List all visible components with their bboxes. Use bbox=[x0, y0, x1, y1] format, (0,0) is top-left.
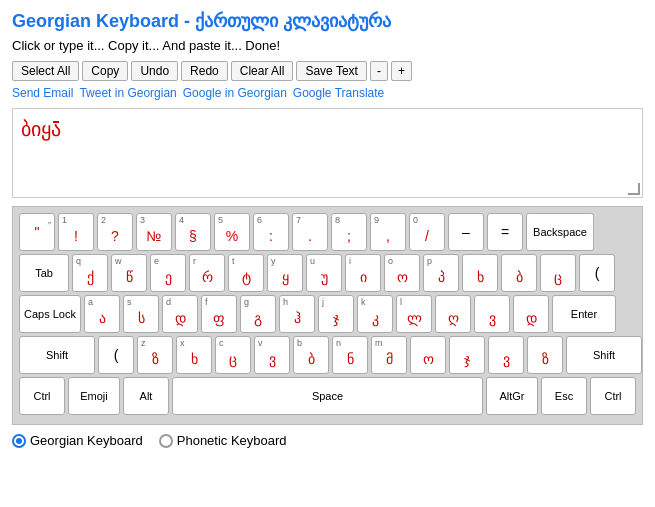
key-b[interactable]: bბ bbox=[293, 336, 329, 374]
key-equals[interactable]: = bbox=[487, 213, 523, 251]
key-s[interactable]: sს bbox=[123, 295, 159, 333]
tab-key[interactable]: Tab bbox=[19, 254, 69, 292]
key-slash[interactable]: ვ bbox=[488, 336, 524, 374]
copy-button[interactable]: Copy bbox=[82, 61, 128, 81]
key-k[interactable]: kკ bbox=[357, 295, 393, 333]
georgian-keyboard-label: Georgian Keyboard bbox=[30, 433, 143, 448]
key-x[interactable]: xხ bbox=[176, 336, 212, 374]
key-extra[interactable]: ზ bbox=[527, 336, 563, 374]
phonetic-keyboard-option[interactable]: Phonetic Keyboard bbox=[159, 433, 287, 448]
key-a[interactable]: aა bbox=[84, 295, 120, 333]
emoji-key[interactable]: Emoji bbox=[68, 377, 120, 415]
backspace-key[interactable]: Backspace bbox=[526, 213, 594, 251]
key-semicolon[interactable]: ღ bbox=[435, 295, 471, 333]
shift-left-key[interactable]: Shift bbox=[19, 336, 95, 374]
google-translate-link[interactable]: Google Translate bbox=[293, 86, 384, 100]
page-title: Georgian Keyboard - ქართული კლავიატურა bbox=[12, 10, 643, 32]
key-y[interactable]: yყ bbox=[267, 254, 303, 292]
keyboard-type-selector: Georgian Keyboard Phonetic Keyboard bbox=[12, 433, 643, 448]
key-row-zxcv: Shift ( zზ xხ cც vვ bბ nნ mმ ო ჯ ვ ზ Shi… bbox=[19, 336, 636, 374]
key-o[interactable]: oო bbox=[384, 254, 420, 292]
key-row-asdf: Caps Lock aა sს dდ fფ gგ hჰ jჯ kკ lლ ღ ვ… bbox=[19, 295, 636, 333]
key-row-numbers: „" 1! 2? 3№ 4§ 5% 6: 7. 8; 9, 0/ – = Bac… bbox=[19, 213, 636, 251]
key-p[interactable]: pპ bbox=[423, 254, 459, 292]
key-apostrophe[interactable]: ვ bbox=[474, 295, 510, 333]
key-r[interactable]: rრ bbox=[189, 254, 225, 292]
key-bracket-l[interactable]: ხ bbox=[462, 254, 498, 292]
subtitle: Click or type it... Copy it... And paste… bbox=[12, 38, 643, 53]
key-4[interactable]: 4§ bbox=[175, 213, 211, 251]
text-content: ბიყა̄ bbox=[21, 118, 61, 140]
toolbar: Select All Copy Undo Redo Clear All Save… bbox=[12, 61, 643, 81]
key-w[interactable]: wწ bbox=[111, 254, 147, 292]
key-j[interactable]: jჯ bbox=[318, 295, 354, 333]
esc-key[interactable]: Esc bbox=[541, 377, 587, 415]
phonetic-radio-button[interactable] bbox=[159, 434, 173, 448]
georgian-keyboard-option[interactable]: Georgian Keyboard bbox=[12, 433, 143, 448]
key-bracket-r[interactable]: ბ bbox=[501, 254, 537, 292]
key-q[interactable]: qქ bbox=[72, 254, 108, 292]
key-quote[interactable]: „" bbox=[19, 213, 55, 251]
ctrl-left-key[interactable]: Ctrl bbox=[19, 377, 65, 415]
key-g[interactable]: gგ bbox=[240, 295, 276, 333]
key-i[interactable]: iი bbox=[345, 254, 381, 292]
send-email-link[interactable]: Send Email bbox=[12, 86, 73, 100]
text-output[interactable]: ბიყა̄ bbox=[12, 108, 643, 198]
redo-button[interactable]: Redo bbox=[181, 61, 228, 81]
clear-button[interactable]: Clear All bbox=[231, 61, 294, 81]
key-backslash[interactable]: ც bbox=[540, 254, 576, 292]
keyboard: „" 1! 2? 3№ 4§ 5% 6: 7. 8; 9, 0/ – = Bac… bbox=[12, 206, 643, 425]
tweet-georgian-link[interactable]: Tweet in Georgian bbox=[79, 86, 176, 100]
key-m[interactable]: mმ bbox=[371, 336, 407, 374]
enter-key[interactable]: Enter bbox=[552, 295, 616, 333]
space-key[interactable]: Space bbox=[172, 377, 483, 415]
undo-button[interactable]: Undo bbox=[131, 61, 178, 81]
plus-button[interactable]: + bbox=[391, 61, 412, 81]
key-6[interactable]: 6: bbox=[253, 213, 289, 251]
key-c[interactable]: cც bbox=[215, 336, 251, 374]
key-v[interactable]: vვ bbox=[254, 336, 290, 374]
key-intl[interactable]: ( bbox=[98, 336, 134, 374]
key-comma[interactable]: ო bbox=[410, 336, 446, 374]
key-n[interactable]: nნ bbox=[332, 336, 368, 374]
key-2[interactable]: 2? bbox=[97, 213, 133, 251]
key-7[interactable]: 7. bbox=[292, 213, 328, 251]
phonetic-keyboard-label: Phonetic Keyboard bbox=[177, 433, 287, 448]
shift-right-key[interactable]: Shift bbox=[566, 336, 642, 374]
key-e[interactable]: eე bbox=[150, 254, 186, 292]
key-u[interactable]: uუ bbox=[306, 254, 342, 292]
key-d[interactable]: dდ bbox=[162, 295, 198, 333]
key-9[interactable]: 9, bbox=[370, 213, 406, 251]
key-0[interactable]: 0/ bbox=[409, 213, 445, 251]
key-z[interactable]: zზ bbox=[137, 336, 173, 374]
ctrl-right-key[interactable]: Ctrl bbox=[590, 377, 636, 415]
altgr-key[interactable]: AltGr bbox=[486, 377, 538, 415]
key-dash[interactable]: – bbox=[448, 213, 484, 251]
minus-button[interactable]: - bbox=[370, 61, 388, 81]
google-georgian-link[interactable]: Google in Georgian bbox=[183, 86, 287, 100]
key-row-bottom: Ctrl Emoji Alt Space AltGr Esc Ctrl bbox=[19, 377, 636, 415]
select-all-button[interactable]: Select All bbox=[12, 61, 79, 81]
key-row-qwerty: Tab qქ wწ eე rრ tტ yყ uუ iი oო pპ ხ ბ ც … bbox=[19, 254, 636, 292]
caps-lock-key[interactable]: Caps Lock bbox=[19, 295, 81, 333]
key-t[interactable]: tტ bbox=[228, 254, 264, 292]
key-period[interactable]: ჯ bbox=[449, 336, 485, 374]
georgian-radio-button[interactable] bbox=[12, 434, 26, 448]
save-text-button[interactable]: Save Text bbox=[296, 61, 366, 81]
key-h[interactable]: hჰ bbox=[279, 295, 315, 333]
key-hash[interactable]: დ bbox=[513, 295, 549, 333]
key-paren[interactable]: ( bbox=[579, 254, 615, 292]
key-l[interactable]: lლ bbox=[396, 295, 432, 333]
alt-key[interactable]: Alt bbox=[123, 377, 169, 415]
key-5[interactable]: 5% bbox=[214, 213, 250, 251]
key-1[interactable]: 1! bbox=[58, 213, 94, 251]
key-f[interactable]: fფ bbox=[201, 295, 237, 333]
links-row: Send Email Tweet in Georgian Google in G… bbox=[12, 86, 643, 100]
key-8[interactable]: 8; bbox=[331, 213, 367, 251]
key-3[interactable]: 3№ bbox=[136, 213, 172, 251]
